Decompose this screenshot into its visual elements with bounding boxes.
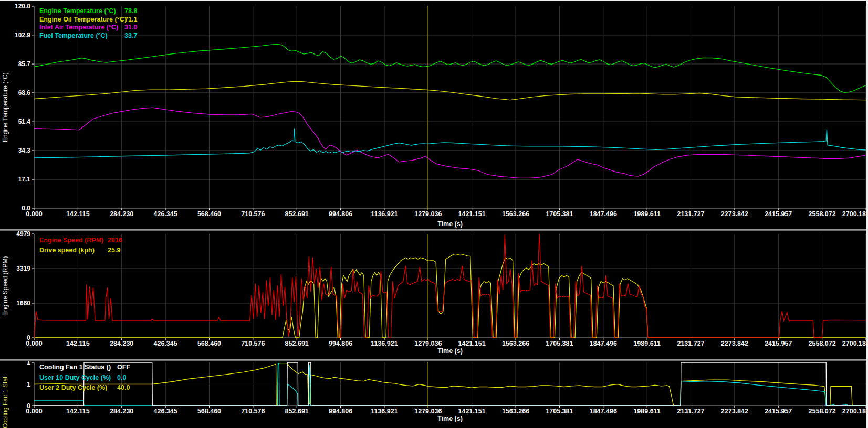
x-tick-label: 2700.18	[831, 408, 866, 415]
y-tick-label: 51.4	[0, 118, 30, 125]
x-tick-label: 2700.18	[831, 210, 866, 218]
y-tick-label: 34.3	[0, 147, 30, 154]
legend-label: Engine Speed (RPM)	[39, 237, 108, 247]
y-tick-label: 85.7	[0, 60, 30, 68]
x-tick-label: 1563.266	[497, 340, 534, 347]
x-tick-label: 994.806	[322, 210, 359, 218]
series-drive-speed-kph-	[34, 255, 866, 338]
y-tick-label: 0	[0, 334, 30, 341]
x-tick-label: 426.345	[147, 408, 184, 415]
x-tick-label: 284.230	[103, 340, 140, 347]
series-user-2-duty-cycle-	[34, 363, 866, 406]
x-tick-label: 2273.842	[716, 210, 753, 218]
x-tick-label: 568.460	[191, 210, 227, 218]
legend-value: 78.8	[124, 7, 137, 16]
legend-label: Fuel Temperature (°C)	[39, 32, 124, 40]
x-tick-label: 710.576	[235, 340, 271, 347]
x-tick-label: 852.691	[278, 408, 315, 415]
x-tick-label: 1421.151	[454, 408, 490, 415]
y-axis-label-cooling-fan-status: Cooling Fan 1 Stat	[2, 362, 9, 428]
x-tick-label: 994.806	[322, 340, 359, 347]
x-tick-label: 142.115	[59, 340, 96, 347]
x-tick-label: 1421.151	[454, 210, 490, 218]
series-engine-temperature-c-	[34, 45, 866, 93]
y-tick-label: 4979	[0, 230, 30, 238]
x-tick-label: 2273.842	[716, 340, 753, 347]
x-tick-label: 2415.957	[760, 210, 797, 218]
x-tick-label: 1136.921	[366, 408, 403, 415]
x-tick-label: 2415.957	[760, 340, 797, 347]
x-tick-label: 568.460	[191, 408, 227, 415]
x-tick-label: 142.115	[59, 408, 96, 415]
legend-label: Inlet Air Temperature (°C)	[39, 24, 124, 32]
legend-row: Cooling Fan 1 Status ()OFF	[39, 363, 130, 374]
series-user-10-duty-cycle-	[34, 364, 866, 406]
y-tick-label: 120.0	[0, 3, 30, 10]
legend-value: 40.0	[117, 384, 130, 394]
x-tick-label: 426.345	[147, 210, 184, 218]
x-tick-label: 1705.381	[541, 210, 578, 218]
y-tick-label: 1660	[0, 299, 30, 307]
x-axis-label-time-panel3: Time (s)	[34, 415, 866, 422]
x-tick-label: 1421.151	[454, 340, 490, 347]
legend-cooling-fan: Cooling Fan 1 Status ()OFFUser 10 Duty C…	[39, 363, 130, 394]
legend-engine-temperature: Engine Temperature (°C)78.8Engine Oil Te…	[39, 7, 137, 40]
legend-label: Drive speed (kph)	[39, 247, 108, 256]
x-tick-label: 1705.381	[541, 408, 578, 415]
legend-label: User 10 Duty Cycle (%)	[39, 374, 117, 384]
legend-label: Cooling Fan 1 Status ()	[39, 363, 117, 374]
y-tick-label: 0.0	[0, 205, 30, 212]
panel-separator	[0, 229, 866, 231]
x-tick-label: 1847.496	[585, 340, 622, 347]
legend-value: 33.7	[124, 32, 137, 40]
x-tick-label: 568.460	[191, 340, 227, 347]
log-viewer-window: Engine Temperature (°C) Engine Speed (RP…	[0, 0, 868, 428]
y-tick-label: 0	[0, 402, 30, 410]
y-axis-label-engine-speed: Engine Speed (RPM)	[2, 234, 9, 338]
time-cursor[interactable]	[427, 1, 429, 428]
legend-row: Fuel Temperature (°C)33.7	[39, 32, 137, 40]
legend-row: User 10 Duty Cycle (%)0.0	[39, 374, 130, 384]
x-tick-label: 852.691	[278, 210, 315, 218]
x-tick-label: 1563.266	[497, 210, 534, 218]
legend-label: Engine Oil Temperature (°C)	[39, 16, 124, 24]
series-engine-oil-temperature-c-	[34, 81, 866, 100]
x-tick-label: 426.345	[147, 340, 184, 347]
x-axis-label-time-panel2: Time (s)	[34, 347, 866, 355]
legend-row: Drive speed (kph)25.9	[39, 247, 122, 256]
y-tick-label: 3319	[0, 265, 30, 272]
legend-row: Engine Speed (RPM)2816	[39, 237, 122, 247]
x-tick-label: 1563.266	[497, 408, 534, 415]
legend-value: 31.0	[124, 24, 137, 32]
panel-separator	[0, 359, 866, 361]
x-tick-label: 2415.957	[760, 408, 797, 415]
x-tick-label: 710.576	[235, 210, 271, 218]
x-tick-label: 1136.921	[366, 340, 403, 347]
y-tick-label: 17.1	[0, 176, 30, 183]
legend-value: 71.1	[124, 16, 137, 24]
x-tick-label: 1705.381	[541, 340, 578, 347]
series-fuel-temperature-c-	[34, 129, 866, 158]
x-tick-label: 1989.611	[629, 408, 665, 415]
legend-value: 0.0	[117, 374, 126, 384]
x-tick-label: 142.115	[59, 210, 96, 218]
x-tick-label: 284.230	[103, 408, 140, 415]
x-tick-label: 1847.496	[585, 408, 622, 415]
x-tick-label: 1989.611	[629, 340, 665, 347]
y-tick-label: 68.6	[0, 89, 30, 97]
legend-row: User 2 Duty Cycle (%)40.0	[39, 384, 130, 394]
x-tick-label: 994.806	[322, 408, 359, 415]
legend-label: User 2 Duty Cycle (%)	[39, 384, 117, 394]
x-tick-label: 852.691	[278, 340, 315, 347]
legend-label: Engine Temperature (°C)	[39, 7, 124, 16]
legend-engine-speed: Engine Speed (RPM)2816Drive speed (kph)2…	[39, 237, 122, 256]
x-tick-label: 2273.842	[716, 408, 753, 415]
x-tick-label: 1989.611	[629, 210, 665, 218]
x-tick-label: 2131.727	[673, 408, 709, 415]
x-tick-label: 1136.921	[366, 210, 403, 218]
series-engine-speed-rpm-	[34, 234, 866, 338]
x-tick-label: 2700.18	[831, 340, 866, 347]
legend-value: 2816	[108, 237, 122, 247]
legend-row: Engine Temperature (°C)78.8	[39, 7, 137, 16]
x-tick-label: 1847.496	[585, 210, 622, 218]
